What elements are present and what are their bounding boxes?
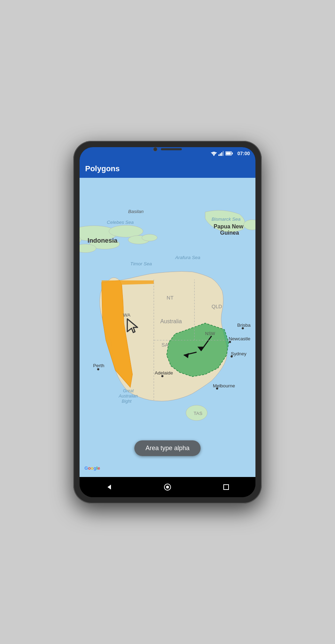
label-basilan: Basilan <box>128 209 143 214</box>
phone-notch <box>153 147 182 151</box>
recents-icon <box>223 484 230 491</box>
label-guinea: Guinea <box>220 230 239 236</box>
label-brisbane: Brisba <box>237 322 251 327</box>
label-great-australian-bight2: Australian <box>118 394 138 399</box>
svg-rect-5 <box>220 153 221 156</box>
back-icon <box>105 484 112 491</box>
svg-point-26 <box>242 327 244 329</box>
time-display: 07:00 <box>237 151 250 156</box>
map-container: Basilan Celebes Sea Indonesia Bismarck S… <box>80 178 255 477</box>
label-celebes-sea: Celebes Sea <box>107 220 134 225</box>
svg-rect-7 <box>223 151 224 156</box>
label-newcastle: Newcastle <box>229 336 250 341</box>
map-svg: Basilan Celebes Sea Indonesia Bismarck S… <box>80 178 255 477</box>
google-logo: Google <box>84 465 100 471</box>
svg-rect-10 <box>226 152 231 154</box>
label-great-australian-bight3: Bight <box>122 399 132 403</box>
svg-marker-33 <box>107 485 111 490</box>
label-great-australian-bight: Great <box>123 388 134 393</box>
nav-bar <box>80 477 255 497</box>
back-button[interactable] <box>100 479 117 495</box>
label-wa: WA <box>123 312 131 318</box>
google-g2: g <box>94 465 96 471</box>
label-qld: QLD <box>211 303 222 309</box>
label-nt: NT <box>167 295 174 301</box>
app-bar: Polygons <box>80 160 255 178</box>
phone-device: 07:00 Polygons <box>73 141 262 503</box>
page-title: Polygons <box>85 164 120 173</box>
label-timor-sea: Timor Sea <box>130 261 152 266</box>
svg-rect-36 <box>224 485 229 490</box>
status-icons: 07:00 <box>211 151 250 156</box>
svg-point-28 <box>231 355 233 357</box>
label-arafura-sea: Arafura Sea <box>175 255 200 260</box>
label-bismarck-sea: Bismarck Sea <box>211 216 241 221</box>
google-o2: o <box>91 465 94 471</box>
svg-point-29 <box>216 387 218 389</box>
svg-rect-9 <box>232 152 233 154</box>
google-g: G <box>84 465 88 471</box>
speaker <box>161 148 182 150</box>
svg-point-24 <box>97 368 99 370</box>
phone-screen: 07:00 Polygons <box>80 147 255 497</box>
label-tas: TAS <box>194 411 202 416</box>
area-type-button[interactable]: Area type alpha <box>134 440 201 456</box>
recents-button[interactable] <box>218 479 234 495</box>
battery-icon <box>225 151 233 156</box>
svg-rect-6 <box>221 152 222 156</box>
google-e: e <box>98 465 100 471</box>
label-sydney: Sydney <box>231 351 246 356</box>
label-sa: SA <box>162 342 169 348</box>
svg-rect-4 <box>218 154 219 156</box>
label-adelaide: Adelaide <box>155 370 173 375</box>
label-melbourne: Melbourne <box>213 383 235 388</box>
label-nsw: NSW <box>205 331 215 336</box>
home-icon <box>164 483 171 491</box>
svg-point-25 <box>161 375 163 377</box>
label-australia: Australia <box>160 318 182 324</box>
svg-point-35 <box>166 486 169 488</box>
label-png: Papua New <box>214 223 244 229</box>
svg-point-27 <box>229 341 231 343</box>
google-o1: o <box>88 465 91 471</box>
label-indonesia: Indonesia <box>88 237 118 244</box>
wifi-icon <box>211 151 217 156</box>
home-button[interactable] <box>159 479 176 495</box>
camera <box>153 147 157 151</box>
signal-icon <box>218 151 224 156</box>
svg-point-18 <box>142 234 157 241</box>
label-perth: Perth <box>93 363 104 368</box>
